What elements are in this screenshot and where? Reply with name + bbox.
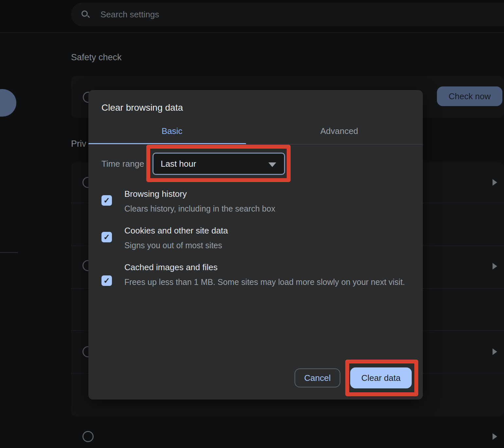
time-range-label: Time range xyxy=(101,159,144,169)
search-icon xyxy=(81,10,89,18)
chevron-right-icon xyxy=(493,179,497,186)
dialog-title: Clear browsing data xyxy=(101,103,183,113)
nav-divider xyxy=(0,252,18,253)
tab-advanced[interactable]: Advanced xyxy=(256,121,423,141)
checkbox-cookies[interactable]: ✓ xyxy=(101,232,112,242)
check-now-button[interactable]: Check now xyxy=(437,86,502,106)
checkmark-icon: ✓ xyxy=(103,196,110,204)
selected-nav-item-pill xyxy=(0,89,16,117)
safety-check-heading: Safety check xyxy=(71,52,122,63)
cancel-button[interactable]: Cancel xyxy=(295,368,340,387)
clear-browsing-data-dialog: Clear browsing data Basic Advanced Time … xyxy=(88,90,423,400)
item-title: Cookies and other site data xyxy=(124,226,412,236)
security-icon xyxy=(82,431,94,442)
settings-toolbar xyxy=(0,0,504,33)
annotation-box-clear-data xyxy=(345,360,418,396)
item-cached-images: Cached images and files Frees up less th… xyxy=(124,262,412,289)
item-title: Browsing history xyxy=(124,189,412,199)
item-cookies: Cookies and other site data Signs you ou… xyxy=(124,226,412,252)
item-subtitle: Frees up less than 1 MB. Some sites may … xyxy=(124,275,412,289)
tab-basic[interactable]: Basic xyxy=(88,121,256,141)
search-input[interactable] xyxy=(100,3,504,26)
checkmark-icon: ✓ xyxy=(103,233,110,241)
item-browsing-history: Browsing history Clears history, includi… xyxy=(124,189,412,215)
checkmark-icon: ✓ xyxy=(103,277,110,285)
annotation-box-time-range xyxy=(146,145,291,182)
privacy-security-heading: Priv xyxy=(71,139,86,149)
tab-divider xyxy=(88,144,423,144)
checkbox-cached-images[interactable]: ✓ xyxy=(101,275,112,286)
item-subtitle: Clears history, including in the search … xyxy=(124,202,412,215)
checkbox-browsing-history[interactable]: ✓ xyxy=(101,195,112,206)
chevron-right-icon xyxy=(493,433,497,440)
item-subtitle: Signs you out of most sites xyxy=(124,239,412,252)
search-settings-field[interactable] xyxy=(71,3,504,26)
dialog-tabs: Basic Advanced xyxy=(88,121,423,141)
item-title: Cached images and files xyxy=(124,262,412,272)
